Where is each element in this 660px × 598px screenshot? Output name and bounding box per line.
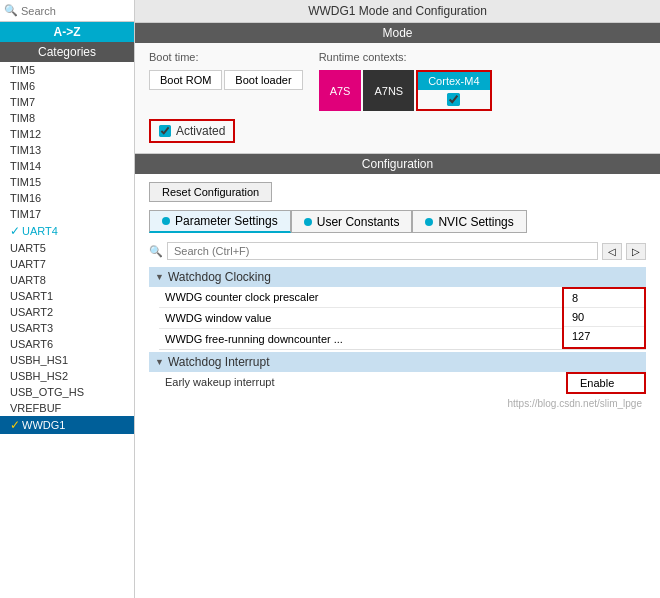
param-name-downcounter: WWDG free-running downcounter ... xyxy=(159,329,562,349)
sidebar: 🔍 A->Z Categories TIM5TIM6TIM7TIM8TIM12T… xyxy=(0,0,135,598)
sidebar-item-vrefbuf[interactable]: VREFBUF xyxy=(0,400,134,416)
sidebar-item-usart6[interactable]: USART6 xyxy=(0,336,134,352)
param-value-window: 90 xyxy=(564,308,644,327)
sidebar-item-usart1[interactable]: USART1 xyxy=(0,288,134,304)
tabs-row: Parameter Settings User Constants NVIC S… xyxy=(149,210,646,233)
activated-row: Activated xyxy=(149,119,646,143)
mode-header: Mode xyxy=(135,23,660,43)
runtime-buttons-row: A7S A7NS Cortex-M4 xyxy=(319,70,492,111)
watchdog-clocking-label: Watchdog Clocking xyxy=(168,270,271,284)
param-value-downcounter: 127 xyxy=(564,327,644,345)
watchdog-interrupt-group: ▼ Watchdog Interrupt Early wakeup interr… xyxy=(149,352,646,394)
sidebar-item-tim17[interactable]: TIM17 xyxy=(0,206,134,222)
a7ns-button[interactable]: A7NS xyxy=(363,70,414,111)
boot-time-label: Boot time: xyxy=(149,51,303,63)
chevron-down-icon: ▼ xyxy=(155,272,164,282)
a7s-button[interactable]: A7S xyxy=(319,70,362,111)
param-search-row: 🔍 ◁ ▷ xyxy=(149,239,646,263)
activated-label: Activated xyxy=(176,124,225,138)
sidebar-item-tim6[interactable]: TIM6 xyxy=(0,78,134,94)
check-icon-active: ✓ xyxy=(10,418,20,432)
watchdog-clocking-rows: WWDG counter clock prescaler WWDG window… xyxy=(149,287,646,350)
sidebar-item-usbh_hs2[interactable]: USBH_HS2 xyxy=(0,368,134,384)
activated-checkbox[interactable] xyxy=(159,125,171,137)
cortex-m4-button[interactable]: Cortex-M4 xyxy=(418,72,489,90)
boot-loader-button[interactable]: Boot loader xyxy=(224,70,302,90)
watchdog-interrupt-rows: Early wakeup interrupt Enable xyxy=(149,372,646,394)
tab-nvic-label: NVIC Settings xyxy=(438,215,513,229)
tab-nvic-settings[interactable]: NVIC Settings xyxy=(412,210,526,233)
cortex-m4-container: Cortex-M4 xyxy=(416,70,491,111)
param-search-input[interactable] xyxy=(167,242,598,260)
search-prev-button[interactable]: ◁ xyxy=(602,243,622,260)
param-name-prescaler: WWDG counter clock prescaler xyxy=(159,287,562,308)
sidebar-item-tim16[interactable]: TIM16 xyxy=(0,190,134,206)
sidebar-items-list: TIM5TIM6TIM7TIM8TIM12TIM13TIM14TIM15TIM1… xyxy=(0,62,134,598)
tab-dot-parameter xyxy=(162,217,170,225)
watchdog-interrupt-label: Watchdog Interrupt xyxy=(168,355,270,369)
sidebar-item-usart2[interactable]: USART2 xyxy=(0,304,134,320)
check-icon: ✓ xyxy=(10,224,20,238)
activated-box: Activated xyxy=(149,119,235,143)
boot-buttons-row: Boot ROM Boot loader xyxy=(149,70,303,90)
watchdog-params-names: WWDG counter clock prescaler WWDG window… xyxy=(159,287,562,349)
sidebar-item-tim12[interactable]: TIM12 xyxy=(0,126,134,142)
tab-user-label: User Constants xyxy=(317,215,400,229)
sidebar-item-tim14[interactable]: TIM14 xyxy=(0,158,134,174)
boot-time-section: Boot time: Boot ROM Boot loader xyxy=(149,51,303,90)
config-header: Configuration xyxy=(135,154,660,174)
watchdog-interrupt-header[interactable]: ▼ Watchdog Interrupt xyxy=(149,352,646,372)
sidebar-item-tim5[interactable]: TIM5 xyxy=(0,62,134,78)
param-name-window: WWDG window value xyxy=(159,308,562,329)
sidebar-item-tim7[interactable]: TIM7 xyxy=(0,94,134,110)
tab-dot-user xyxy=(304,218,312,226)
search-next-button[interactable]: ▷ xyxy=(626,243,646,260)
watchdog-clocking-group: ▼ Watchdog Clocking WWDG counter clock p… xyxy=(149,267,646,350)
mode-content: Boot time: Boot ROM Boot loader Runtime … xyxy=(135,43,660,154)
param-value-prescaler: 8 xyxy=(564,289,644,308)
tab-parameter-settings[interactable]: Parameter Settings xyxy=(149,210,291,233)
sidebar-item-usb_otg_hs[interactable]: USB_OTG_HS xyxy=(0,384,134,400)
cortex-m4-checkbox[interactable] xyxy=(447,93,460,106)
tab-user-constants[interactable]: User Constants xyxy=(291,210,413,233)
search-input[interactable] xyxy=(21,5,130,17)
tab-parameter-label: Parameter Settings xyxy=(175,214,278,228)
sidebar-categories-button[interactable]: Categories xyxy=(0,42,134,62)
tab-dot-nvic xyxy=(425,218,433,226)
sidebar-item-tim13[interactable]: TIM13 xyxy=(0,142,134,158)
watchdog-params-values: 8 90 127 xyxy=(562,287,646,349)
chevron-down-icon-2: ▼ xyxy=(155,357,164,367)
sidebar-item-tim8[interactable]: TIM8 xyxy=(0,110,134,126)
early-wakeup-name: Early wakeup interrupt xyxy=(159,372,566,394)
watermark: https://blog.csdn.net/slim_lpge xyxy=(149,396,646,411)
sidebar-item-uart4[interactable]: ✓UART4 xyxy=(0,222,134,240)
sidebar-item-uart5[interactable]: UART5 xyxy=(0,240,134,256)
param-search-icon: 🔍 xyxy=(149,245,163,258)
early-wakeup-value: Enable xyxy=(566,372,646,394)
sidebar-search-bar[interactable]: 🔍 xyxy=(0,0,134,22)
runtime-contexts-section: Runtime contexts: A7S A7NS Cortex-M4 xyxy=(319,51,492,111)
boot-rom-button[interactable]: Boot ROM xyxy=(149,70,222,90)
main-panel: WWDG1 Mode and Configuration Mode Boot t… xyxy=(135,0,660,598)
runtime-contexts-label: Runtime contexts: xyxy=(319,51,492,63)
early-wakeup-row: Early wakeup interrupt Enable xyxy=(159,372,646,394)
sidebar-item-usart3[interactable]: USART3 xyxy=(0,320,134,336)
config-content: Reset Configuration Parameter Settings U… xyxy=(135,174,660,598)
reset-config-button[interactable]: Reset Configuration xyxy=(149,182,272,202)
watchdog-clocking-header[interactable]: ▼ Watchdog Clocking xyxy=(149,267,646,287)
sidebar-az-button[interactable]: A->Z xyxy=(0,22,134,42)
title-bar: WWDG1 Mode and Configuration xyxy=(135,0,660,23)
sidebar-item-tim15[interactable]: TIM15 xyxy=(0,174,134,190)
sidebar-item-usbh_hs1[interactable]: USBH_HS1 xyxy=(0,352,134,368)
sidebar-item-wwdg1[interactable]: ✓WWDG1 xyxy=(0,416,134,434)
sidebar-item-uart7[interactable]: UART7 xyxy=(0,256,134,272)
sidebar-item-uart8[interactable]: UART8 xyxy=(0,272,134,288)
search-icon: 🔍 xyxy=(4,4,18,17)
